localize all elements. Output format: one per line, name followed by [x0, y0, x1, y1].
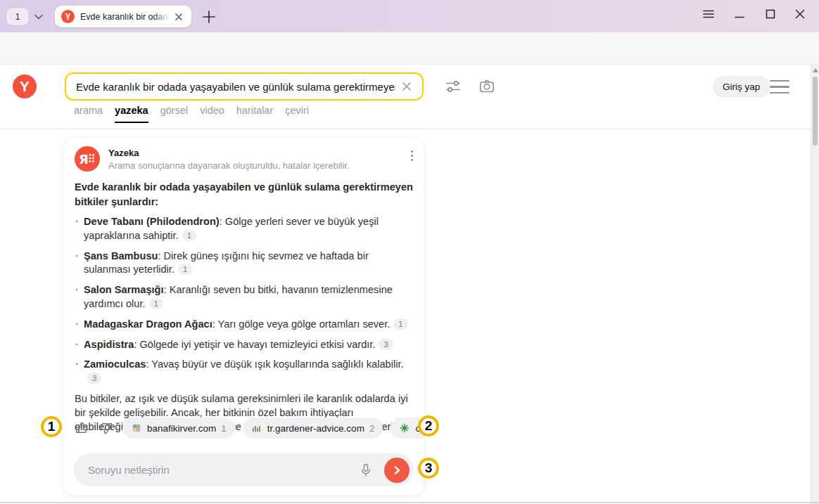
search-settings-icon[interactable]: [444, 77, 462, 96]
answer-list: Deve Tabanı (Philodendron): Gölge yerler…: [75, 215, 413, 386]
card-brand: Yazeka: [108, 146, 350, 158]
citation-badge[interactable]: 1: [182, 230, 196, 241]
followup-input[interactable]: [74, 464, 357, 476]
tab-video[interactable]: video: [200, 105, 224, 123]
header-divider: [0, 129, 811, 129]
list-item: Deve Tabanı (Philodendron): Gölge yerler…: [75, 215, 414, 243]
send-chevron-icon: [391, 465, 402, 476]
flower-favicon-icon: [131, 422, 142, 434]
yandex-logo[interactable]: Y: [13, 75, 37, 98]
card-header-text: Yazeka Arama sonuçlarına dayanarak oluşt…: [108, 146, 350, 171]
card-disclaimer: Arama sonuçlarına dayanarak oluşturuldu,…: [108, 160, 350, 171]
chevron-down-icon[interactable]: [32, 11, 45, 22]
tab-yazeka[interactable]: yazeka: [115, 105, 148, 123]
tab-gorsel[interactable]: görsel: [160, 105, 189, 123]
yazeka-logo: Я: [75, 146, 100, 172]
serp-tabs: arama yazeka görsel video haritalar çevi…: [74, 105, 309, 123]
card-menu-icon[interactable]: [411, 150, 413, 161]
hamburger-menu-icon[interactable]: [770, 80, 789, 93]
scrollbar-up-icon[interactable]: [813, 68, 818, 72]
tab-arama[interactable]: arama: [74, 105, 103, 123]
thumbs-up-icon[interactable]: [73, 420, 90, 437]
source-chip[interactable]: banafikirver.com1: [122, 418, 235, 439]
scrollbar-thumb[interactable]: [813, 77, 818, 146]
tab-ceviri[interactable]: çeviri: [285, 105, 309, 123]
browser-window: 1 Y Evde karanlık bir odada: [0, 0, 819, 504]
list-item: Zamioculcas: Yavaş büyür ve düşük ışık k…: [75, 358, 414, 386]
tab-title: Evde karanlık bir odada: [80, 12, 169, 22]
window-bottom-border: [0, 502, 819, 503]
thumbs-down-icon[interactable]: [98, 420, 115, 437]
clear-search-icon[interactable]: [400, 79, 414, 93]
citation-badge[interactable]: 3: [87, 373, 101, 384]
send-button[interactable]: [384, 458, 410, 483]
search-input[interactable]: [66, 81, 400, 93]
card-header: Я Yazeka Arama sonuçlarına dayanarak olu…: [75, 146, 413, 172]
list-item: Şans Bambusu: Direk güneş ışığını hiç se…: [75, 250, 414, 278]
tab-title-fade: [153, 12, 169, 22]
list-item: Aspidistra: Gölgede iyi yetişir ve havay…: [75, 338, 414, 352]
annotation-marker-3: 3: [418, 458, 439, 479]
maximize-button[interactable]: [763, 6, 778, 22]
green-flower-favicon-icon: [399, 422, 410, 434]
citation-badge[interactable]: 1: [149, 298, 163, 309]
card-footer: banafikirver.com1 tr.gardener-advice.com…: [73, 418, 424, 439]
window-menu-icon[interactable]: [701, 6, 716, 22]
tab-counter[interactable]: 1: [7, 8, 28, 25]
microphone-icon[interactable]: [357, 462, 374, 479]
tab-close-icon[interactable]: [172, 11, 185, 23]
yandex-favicon-icon: Y: [61, 10, 75, 23]
scrollbar[interactable]: [811, 65, 819, 504]
annotation-marker-1: 1: [41, 416, 62, 437]
browser-tab[interactable]: Y Evde karanlık bir odada: [55, 6, 191, 27]
search-box: [65, 72, 424, 101]
new-tab-button[interactable]: [200, 8, 218, 26]
minimize-button[interactable]: [732, 6, 747, 22]
followup-bar: [74, 453, 414, 486]
window-close-button[interactable]: [792, 6, 808, 22]
list-item: Madagaskar Dragon Ağacı: Yarı gölge veya…: [75, 318, 414, 332]
image-search-icon[interactable]: [478, 77, 496, 96]
browser-toolbar: Я yandex.com.tr Evde karanlık bir odada …: [0, 32, 819, 65]
grass-favicon-icon: [251, 422, 262, 434]
list-item: Salon Sarmaşığı: Karanlığı seven bu bitk…: [75, 283, 414, 311]
citation-badge[interactable]: 1: [393, 318, 407, 330]
citation-badge[interactable]: 3: [379, 339, 393, 350]
yazeka-answer-card: Я Yazeka Arama sonuçlarına dayanarak olu…: [63, 138, 424, 496]
login-button[interactable]: Giriş yap: [713, 76, 770, 98]
search-results-page: Y Giriş yap arama yazeka görsel video ha…: [0, 65, 819, 504]
annotation-marker-2: 2: [418, 415, 439, 437]
source-chip[interactable]: tr.gardener-advice.com2: [243, 418, 383, 439]
tab-haritalar[interactable]: haritalar: [236, 105, 273, 123]
citation-badge[interactable]: 1: [178, 264, 192, 275]
tab-strip: 1 Y Evde karanlık bir odada: [0, 0, 819, 32]
svg-text:Я: Я: [79, 152, 89, 167]
answer-heading: Evde karanlık bir odada yaşayabilen ve g…: [75, 180, 414, 209]
